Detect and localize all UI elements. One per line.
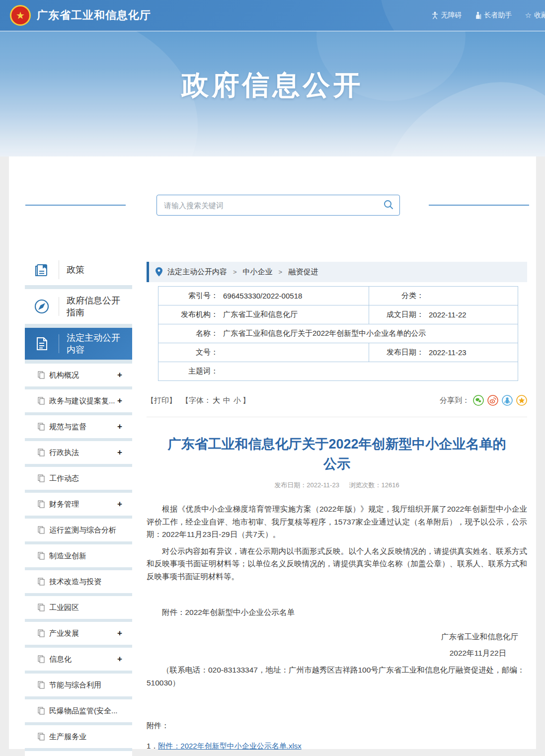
document-info-table: 索引号：696453330/2022-00518 分类： 发布机构：广东省工业和… bbox=[158, 286, 518, 381]
agency-label: 发布机构： bbox=[158, 310, 218, 319]
article-title: 广东省工业和信息化厅关于2022年创新型中小企业名单的公示 bbox=[163, 434, 511, 474]
expand-plus-icon[interactable]: + bbox=[117, 396, 122, 406]
font-size-small[interactable]: 小 bbox=[234, 396, 241, 405]
menu-item-label: 行政执法 bbox=[49, 448, 79, 457]
publish-date-label: 发布日期： bbox=[369, 348, 424, 357]
search-button[interactable] bbox=[382, 199, 395, 212]
menu-item-label: 制造业创新 bbox=[49, 551, 86, 561]
star-icon: ☆ bbox=[525, 11, 532, 20]
sidebar-menu-item[interactable]: 信息化 + bbox=[25, 648, 132, 671]
expand-plus-icon[interactable]: + bbox=[117, 448, 122, 457]
accessibility-link[interactable]: 无障碍 bbox=[431, 11, 462, 20]
expand-plus-icon[interactable]: + bbox=[117, 422, 122, 432]
sidebar-menu-item[interactable]: 产业发展 + bbox=[25, 622, 132, 645]
article-view-count: 浏览次数：12616 bbox=[349, 481, 399, 489]
qzone-share-icon[interactable] bbox=[516, 395, 527, 406]
signature-date: 2022年11月22日 bbox=[147, 648, 527, 659]
font-size-large[interactable]: 大 bbox=[213, 396, 220, 405]
sidebar-menu-item[interactable]: 运行监测与综合分析 bbox=[25, 519, 132, 541]
pages-icon bbox=[38, 578, 45, 586]
breadcrumb: 法定主动公开内容 > 中小企业 > 融资促进 bbox=[147, 262, 527, 282]
signature-organization: 广东省工业和信息化厅 bbox=[147, 632, 527, 642]
search-input[interactable] bbox=[156, 195, 400, 216]
search-icon bbox=[383, 204, 394, 212]
sidebar-menu-item[interactable]: 民爆物品监管(安全... bbox=[25, 699, 132, 722]
sidebar-menu-item[interactable]: 生产服务业 bbox=[25, 725, 132, 748]
menu-item-label: 运行监测与综合分析 bbox=[49, 526, 116, 535]
favorite-link[interactable]: ☆ 收藏 bbox=[525, 11, 545, 20]
breadcrumb-item[interactable]: 中小企业 bbox=[243, 267, 273, 277]
expand-plus-icon[interactable]: + bbox=[117, 654, 122, 664]
sidebar: 政策 政府信息公开指南 法定主动公开内容 机构概况 bbox=[25, 254, 132, 756]
elder-assistant-icon bbox=[475, 11, 482, 19]
sidebar-menu-item[interactable]: 工作动态 bbox=[25, 467, 132, 490]
menu-item-label: 民爆物品监管(安全... bbox=[49, 706, 118, 716]
sidebar-menu-item[interactable]: 行政执法 + bbox=[25, 441, 132, 464]
decorative-line bbox=[429, 205, 529, 206]
sidebar-menu-item[interactable]: 工业园区 bbox=[25, 596, 132, 619]
menu-item-label: 产业发展 bbox=[49, 629, 79, 638]
page-title: 政府信息公开 bbox=[0, 67, 545, 104]
pages-icon bbox=[38, 707, 45, 715]
menu-item-label: 政务与建议提案复... bbox=[49, 396, 115, 406]
article-body: 根据《优质中小企业梯度培育管理实施方案（2022年版）》规定，我厅组织开展了20… bbox=[147, 503, 527, 583]
sidebar-menu-item-clipped[interactable] bbox=[25, 751, 132, 756]
decorative-line bbox=[25, 205, 126, 206]
site-title[interactable]: 广东省工业和信息化厅 bbox=[37, 8, 151, 23]
expand-plus-icon[interactable]: + bbox=[117, 628, 122, 638]
font-suffix: 】 bbox=[242, 396, 250, 405]
attachment-download-link[interactable]: 附件：2022年创新型中小企业公示名单.xlsx bbox=[158, 742, 301, 750]
pages-icon bbox=[38, 371, 45, 379]
sidebar-menu-item[interactable]: 技术改造与投资 bbox=[25, 570, 132, 593]
share-label: 分享到： bbox=[440, 396, 469, 405]
expand-plus-icon[interactable]: + bbox=[117, 370, 122, 380]
info-cell-agency: 发布机构：广东省工业和信息化厅 bbox=[158, 305, 369, 324]
keywords-label: 主题词： bbox=[158, 367, 218, 376]
national-emblem-logo: ★ bbox=[10, 5, 31, 26]
sidebar-menu: 机构概况 + 政务与建议提案复... + 规范与监督 + 行政执法 + bbox=[25, 364, 132, 756]
menu-item-label: 工作动态 bbox=[49, 474, 79, 483]
sidebar-menu-item[interactable]: 机构概况 + bbox=[25, 364, 132, 386]
menu-item-label: 节能与综合利用 bbox=[49, 680, 101, 690]
name-label: 名称： bbox=[158, 329, 218, 338]
sidebar-item-guide[interactable]: 政府信息公开指南 bbox=[25, 289, 132, 324]
wechat-share-icon[interactable] bbox=[473, 395, 484, 406]
article-meta: 发布日期：2022-11-23 浏览次数：12616 bbox=[147, 481, 527, 490]
font-prefix: 【字体： bbox=[181, 396, 211, 405]
info-cell-publish-date: 发布日期：2022-11-23 bbox=[369, 343, 518, 362]
print-button[interactable]: 【打印】 bbox=[147, 396, 176, 405]
divider bbox=[147, 417, 527, 417]
article-paragraph: 对公示内容如有异议，请在公示期内以书面形式反映。以个人名义反映情况的，请提供真实… bbox=[147, 545, 527, 583]
menu-item-label: 信息化 bbox=[49, 655, 72, 664]
expand-plus-icon[interactable]: + bbox=[117, 499, 122, 509]
pages-icon bbox=[38, 397, 45, 405]
elder-assistant-link[interactable]: 长者助手 bbox=[475, 11, 512, 20]
sidebar-menu-item[interactable]: 规范与监督 + bbox=[25, 415, 132, 438]
index-value: 696453330/2022-00518 bbox=[223, 292, 302, 300]
attachments-section: 附件： 1．附件：2022年创新型中小企业公示名单.xlsx bbox=[147, 721, 527, 751]
sidebar-menu-item[interactable]: 制造业创新 bbox=[25, 544, 132, 567]
sidebar-menu-item[interactable]: 政务与建议提案复... + bbox=[25, 389, 132, 412]
doc-no-label: 文号： bbox=[158, 348, 218, 357]
banner: 政府信息公开 bbox=[0, 31, 545, 156]
sidebar-item-policy[interactable]: 政策 bbox=[25, 254, 132, 285]
breadcrumb-separator: > bbox=[233, 268, 237, 276]
breadcrumb-item[interactable]: 融资促进 bbox=[288, 267, 318, 277]
sidebar-menu-item[interactable]: 财务管理 + bbox=[25, 493, 132, 516]
search-row bbox=[9, 156, 536, 216]
breadcrumb-item[interactable]: 法定主动公开内容 bbox=[167, 267, 227, 277]
font-size-medium[interactable]: 中 bbox=[223, 396, 231, 405]
weibo-share-icon[interactable] bbox=[487, 395, 498, 406]
index-label: 索引号： bbox=[158, 291, 218, 301]
qq-share-icon[interactable] bbox=[502, 395, 513, 406]
attachment-item: 1．附件：2022年创新型中小企业公示名单.xlsx bbox=[147, 742, 527, 751]
pages-icon bbox=[38, 681, 45, 689]
info-cell-doc-no: 文号： bbox=[158, 343, 369, 362]
sidebar-item-statutory-disclosure[interactable]: 法定主动公开内容 bbox=[25, 328, 132, 360]
main-panel: 政策 政府信息公开指南 法定主动公开内容 机构概况 bbox=[9, 156, 536, 749]
pages-icon bbox=[38, 526, 45, 534]
sidebar-menu-item[interactable]: 节能与综合利用 bbox=[25, 674, 132, 696]
accessibility-label: 无障碍 bbox=[441, 11, 462, 20]
menu-item-label: 工业园区 bbox=[49, 603, 79, 612]
menu-item-label: 财务管理 bbox=[49, 500, 79, 509]
